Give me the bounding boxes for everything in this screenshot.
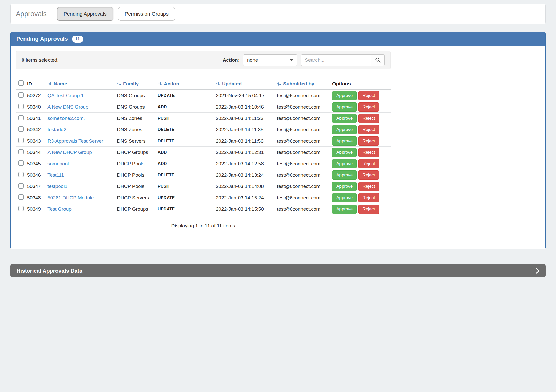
row-name-link[interactable]: somepool [47, 161, 69, 166]
row-action: UPDATE [158, 195, 216, 200]
column-header-action[interactable]: Action [158, 81, 216, 87]
row-name-link[interactable]: A New DHCP Group [47, 150, 92, 155]
tab-permission-groups[interactable]: Permission Groups [118, 7, 175, 21]
table-row: 50341 somezone2.com. DNS Zones PUSH 2022… [16, 113, 391, 124]
row-id: 50345 [27, 161, 47, 167]
approve-button[interactable]: Approve [332, 148, 357, 157]
reject-button[interactable]: Reject [358, 102, 379, 112]
row-updated: 2022-Jan-03 14:10:46 [216, 104, 277, 110]
row-checkbox[interactable] [18, 172, 24, 177]
approve-button[interactable]: Approve [332, 114, 357, 123]
row-submitted-by: test@6connect.com [277, 161, 332, 167]
row-updated: 2022-Jan-03 14:11:23 [216, 116, 277, 121]
column-header-family[interactable]: Family [117, 81, 158, 87]
row-checkbox[interactable] [18, 126, 24, 132]
page-title: Approvals [16, 10, 47, 18]
row-checkbox-cell [16, 138, 27, 144]
approve-button[interactable]: Approve [332, 205, 357, 214]
select-all-cell [16, 80, 27, 87]
reject-button[interactable]: Reject [358, 170, 379, 180]
row-name-link[interactable]: QA Test Group 1 [47, 93, 84, 98]
reject-button[interactable]: Reject [358, 125, 379, 134]
reject-button[interactable]: Reject [358, 159, 379, 168]
column-header-updated[interactable]: Updated [216, 81, 277, 87]
row-updated: 2022-Jan-03 14:15:24 [216, 195, 277, 201]
column-header-family-label: Family [123, 81, 139, 87]
reject-button[interactable]: Reject [358, 148, 379, 157]
row-submitted-by: test@6connect.com [277, 116, 332, 121]
historical-approvals-bar[interactable]: Historical Approvals Data [10, 264, 546, 277]
reject-button[interactable]: Reject [358, 91, 379, 100]
approve-button[interactable]: Approve [332, 193, 357, 202]
row-action: DELETE [158, 173, 216, 177]
row-checkbox[interactable] [18, 183, 24, 189]
row-name-link[interactable]: somezone2.com. [47, 116, 85, 121]
column-header-submitted-by-label: Submitted by [283, 81, 314, 87]
row-action: ADD [158, 161, 216, 166]
row-name-link[interactable]: Test Group [47, 206, 72, 212]
row-checkbox[interactable] [18, 92, 24, 98]
row-checkbox[interactable] [18, 206, 24, 211]
row-name-cell: somezone2.com. [47, 116, 117, 121]
approve-button[interactable]: Approve [332, 125, 357, 134]
panel-title: Pending Approvals [16, 36, 68, 42]
approve-button[interactable]: Approve [332, 136, 357, 146]
historical-title: Historical Approvals Data [17, 268, 82, 274]
column-header-options: Options [332, 81, 391, 87]
action-select[interactable]: none [243, 54, 297, 66]
column-header-name[interactable]: Name [47, 81, 117, 87]
reject-button[interactable]: Reject [358, 205, 379, 214]
row-checkbox-cell [16, 194, 27, 201]
approve-button[interactable]: Approve [332, 159, 357, 168]
column-header-submitted-by[interactable]: Submitted by [277, 81, 332, 87]
row-action: PUSH [158, 116, 216, 121]
row-name-link[interactable]: testadd2. [47, 127, 68, 132]
row-name-link[interactable]: R3-Approvals Test Server [47, 138, 103, 144]
row-submitted-by: test@6connect.com [277, 195, 332, 201]
approve-button[interactable]: Approve [332, 170, 357, 180]
row-checkbox[interactable] [18, 149, 24, 154]
select-all-checkbox[interactable] [18, 80, 24, 86]
row-options: Approve Reject [332, 136, 391, 146]
row-checkbox[interactable] [18, 104, 24, 109]
approve-button[interactable]: Approve [332, 91, 357, 100]
row-action: DELETE [158, 139, 216, 143]
row-checkbox[interactable] [18, 194, 24, 200]
row-updated: 2022-Jan-03 14:11:56 [216, 138, 277, 144]
row-family: DHCP Groups [117, 150, 158, 155]
row-options: Approve Reject [332, 170, 391, 180]
row-name-cell: Test Group [47, 206, 117, 212]
row-checkbox[interactable] [18, 138, 24, 143]
row-checkbox-cell [16, 92, 27, 99]
row-submitted-by: test@6connect.com [277, 127, 332, 133]
reject-button[interactable]: Reject [358, 182, 379, 191]
approve-button[interactable]: Approve [332, 102, 357, 112]
reject-button[interactable]: Reject [358, 114, 379, 123]
header-card: Approvals Pending Approvals Permission G… [10, 4, 546, 24]
reject-button[interactable]: Reject [358, 136, 379, 146]
row-checkbox[interactable] [18, 160, 24, 166]
tab-pending-approvals[interactable]: Pending Approvals [57, 7, 113, 21]
row-name-cell: testadd2. [47, 127, 117, 133]
reject-button[interactable]: Reject [358, 193, 379, 202]
footer-count: 11 [217, 223, 222, 228]
approve-button[interactable]: Approve [332, 182, 357, 191]
row-name-link[interactable]: Test111 [47, 172, 64, 178]
row-action: ADD [158, 105, 216, 109]
sort-icon [117, 81, 121, 86]
search-input[interactable] [301, 54, 371, 66]
row-checkbox-cell [16, 149, 27, 156]
row-checkbox[interactable] [18, 115, 24, 120]
row-updated: 2022-Jan-03 14:13:24 [216, 172, 277, 178]
search-button[interactable] [371, 54, 385, 66]
row-options: Approve Reject [332, 193, 391, 202]
column-header-name-label: Name [54, 81, 67, 87]
row-updated: 2022-Jan-03 14:12:31 [216, 150, 277, 155]
row-name-link[interactable]: 50281 DHCP Module [47, 195, 94, 200]
panel-content: 0 items selected. Action: none [16, 51, 391, 229]
row-name-link[interactable]: A New DNS Group [47, 104, 88, 110]
row-options: Approve Reject [332, 148, 391, 157]
row-options: Approve Reject [332, 125, 391, 134]
row-family: DNS Zones [117, 116, 158, 121]
row-name-link[interactable]: testpool1 [47, 184, 67, 189]
